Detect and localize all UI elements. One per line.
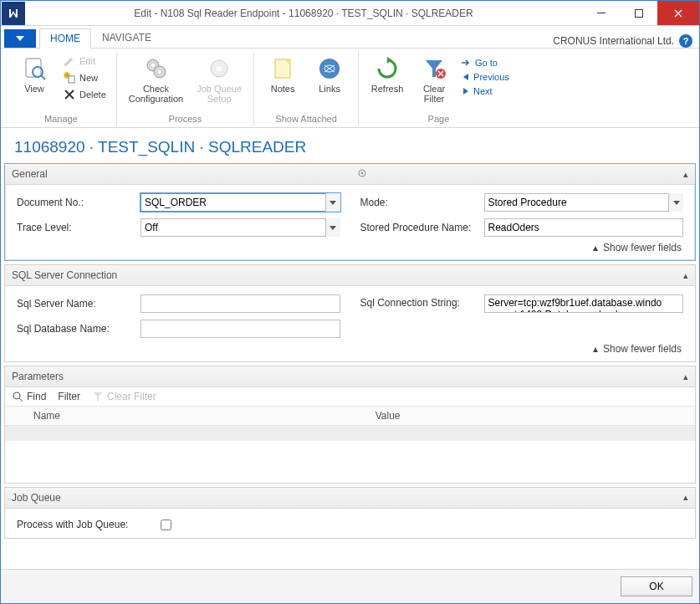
mode-label: Mode:: [360, 197, 478, 208]
filter-button[interactable]: Filter: [58, 391, 80, 402]
svg-rect-1: [635, 9, 642, 17]
titlebar: Edit - N108 Sql Reader Endpoint - 110689…: [1, 1, 699, 26]
trace-level-label: Trace Level:: [17, 222, 134, 233]
mode-input[interactable]: [484, 193, 684, 212]
table-row[interactable]: [5, 441, 695, 483]
svg-point-18: [13, 392, 20, 399]
sql-db-input[interactable]: [141, 320, 340, 338]
ribbon-tabstrip: HOME NAVIGATE CRONUS International Ltd. …: [1, 26, 699, 48]
sp-name-label: Stored Procedure Name:: [360, 222, 478, 233]
section-parameters: Parameters ▴ Find Filter Clear Filter Na…: [4, 366, 696, 484]
section-sql-connection: SQL Server Connection ▴ Sql Server Name:…: [4, 264, 696, 362]
sp-name-input[interactable]: [484, 218, 684, 237]
section-job-queue: Job Queue ▴ Process with Job Queue:: [4, 487, 696, 539]
process-job-queue-label: Process with Job Queue:: [17, 519, 151, 530]
job-queue-setup-button[interactable]: Job Queue Setup: [193, 54, 245, 105]
ribbon: View Edit New Delete: [1, 48, 699, 128]
chevron-up-icon: ▴: [593, 242, 598, 253]
find-button[interactable]: Find: [12, 391, 46, 402]
chevron-up-icon[interactable]: ▴: [683, 492, 688, 503]
show-fewer-fields-general[interactable]: ▴ Show fewer fields: [17, 237, 683, 255]
show-fewer-fields-sql[interactable]: ▴ Show fewer fields: [17, 338, 683, 356]
svg-point-10: [158, 70, 161, 74]
svg-line-4: [41, 75, 45, 79]
dropdown-icon[interactable]: [325, 218, 340, 237]
refresh-button[interactable]: Refresh: [367, 54, 407, 95]
delete-button[interactable]: Delete: [61, 87, 108, 102]
footer: OK: [1, 569, 699, 603]
sql-conn-label: Sql Connection String:: [360, 294, 478, 309]
section-job-queue-header[interactable]: Job Queue ▴: [5, 488, 695, 509]
document-no-label: Document No.:: [17, 197, 134, 208]
col-name[interactable]: Name: [28, 407, 370, 426]
company-name: CRONUS International Ltd.: [553, 35, 674, 47]
dropdown-icon[interactable]: [668, 193, 683, 212]
view-button[interactable]: View: [14, 54, 54, 95]
section-parameters-header[interactable]: Parameters ▴: [5, 366, 695, 387]
job-queue-setup-label: Job Queue Setup: [197, 84, 242, 104]
sql-conn-input[interactable]: [484, 294, 684, 313]
svg-rect-0: [597, 13, 605, 13]
window-title: Edit - N108 Sql Reader Endpoint - 110689…: [25, 8, 582, 19]
table-row[interactable]: [5, 426, 695, 441]
ribbon-group-manage: View Edit New Delete: [6, 52, 117, 125]
check-configuration-button[interactable]: Check Configuration: [125, 54, 186, 105]
process-job-queue-checkbox[interactable]: [161, 520, 171, 530]
svg-line-19: [19, 398, 23, 402]
svg-point-9: [151, 64, 155, 67]
notes-button[interactable]: Notes: [263, 54, 303, 95]
app-menu-button[interactable]: [4, 29, 36, 48]
parameters-table: Name Value: [5, 407, 695, 483]
page-title: 11068920 · TEST_SQLIN · SQLREADER: [1, 128, 699, 163]
chevron-up-icon[interactable]: ▴: [683, 270, 688, 281]
sql-server-input[interactable]: [141, 294, 340, 313]
chevron-up-icon[interactable]: ▴: [683, 169, 688, 180]
check-configuration-label: Check Configuration: [129, 84, 183, 104]
clear-filter-label: Clear Filter: [423, 84, 445, 104]
ribbon-group-page: Refresh Clear Filter Go to Previous: [359, 52, 519, 125]
next-link[interactable]: Next: [461, 85, 510, 97]
tab-navigate[interactable]: NAVIGATE: [91, 28, 162, 48]
ribbon-group-process: Check Configuration Job Queue Setup Proc…: [117, 52, 254, 125]
section-sql-header[interactable]: SQL Server Connection ▴: [5, 265, 695, 286]
document-no-input[interactable]: [141, 193, 340, 212]
help-icon[interactable]: ?: [679, 34, 692, 48]
maximize-button[interactable]: [620, 1, 657, 25]
edit-button[interactable]: Edit: [61, 54, 108, 69]
clear-filter-button-small[interactable]: Clear Filter: [92, 391, 156, 402]
window: Edit - N108 Sql Reader Endpoint - 110689…: [0, 0, 700, 604]
links-button[interactable]: Links: [309, 54, 350, 95]
close-button[interactable]: [657, 1, 699, 25]
sql-db-label: Sql Database Name:: [17, 323, 134, 335]
app-icon: [2, 2, 25, 25]
gear-icon[interactable]: [357, 168, 369, 180]
section-general-header[interactable]: General ▴: [5, 164, 695, 185]
svg-point-12: [217, 66, 222, 71]
section-general: General ▴ Document No.: Trace Le: [4, 163, 696, 261]
chevron-up-icon: ▴: [593, 343, 598, 355]
tab-home[interactable]: HOME: [39, 28, 91, 49]
trace-level-input[interactable]: [141, 218, 340, 237]
chevron-up-icon[interactable]: ▴: [683, 371, 688, 382]
dropdown-icon[interactable]: [325, 193, 340, 212]
svg-point-17: [361, 172, 364, 175]
col-value[interactable]: Value: [370, 407, 695, 426]
ok-button[interactable]: OK: [621, 576, 692, 596]
new-button[interactable]: New: [61, 70, 108, 85]
clear-filter-button[interactable]: Clear Filter: [414, 54, 454, 105]
ribbon-group-show-attached: Notes Links Show Attached: [254, 52, 359, 125]
minimize-button[interactable]: [582, 1, 620, 25]
svg-rect-6: [69, 76, 74, 83]
goto-link[interactable]: Go to: [461, 57, 510, 69]
previous-link[interactable]: Previous: [461, 71, 510, 83]
sql-server-label: Sql Server Name:: [17, 298, 134, 310]
